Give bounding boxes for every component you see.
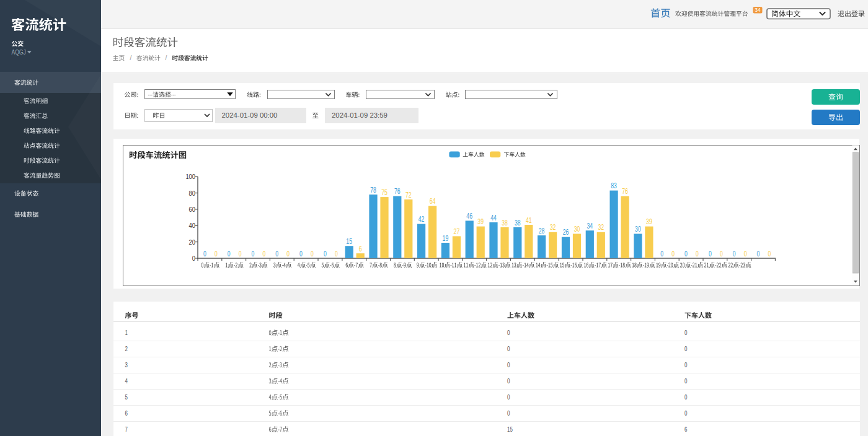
svg-text:2024-01-09 23:59: 2024-01-09 23:59 bbox=[332, 111, 388, 119]
svg-text:0: 0 bbox=[768, 250, 771, 258]
svg-text:80: 80 bbox=[189, 190, 195, 197]
svg-text:AQGJ: AQGJ bbox=[12, 48, 26, 56]
svg-text:4: 4 bbox=[125, 377, 128, 385]
svg-text:/: / bbox=[166, 54, 167, 61]
svg-text:0: 0 bbox=[286, 250, 290, 258]
svg-text:41: 41 bbox=[526, 216, 532, 225]
svg-text:44: 44 bbox=[490, 214, 497, 222]
svg-text:60: 60 bbox=[189, 206, 195, 213]
svg-text:0: 0 bbox=[507, 329, 510, 336]
svg-text:0: 0 bbox=[684, 409, 687, 417]
svg-text:76: 76 bbox=[394, 187, 401, 196]
svg-text:0: 0 bbox=[263, 250, 266, 258]
svg-text:83: 83 bbox=[611, 181, 617, 190]
svg-text:26: 26 bbox=[563, 228, 569, 237]
svg-text:0: 0 bbox=[720, 250, 723, 258]
svg-text:0: 0 bbox=[744, 250, 747, 258]
svg-text:30: 30 bbox=[635, 225, 641, 233]
svg-text:0: 0 bbox=[228, 250, 231, 258]
svg-text:38: 38 bbox=[515, 219, 521, 227]
svg-text:72: 72 bbox=[405, 191, 412, 199]
svg-text:2: 2 bbox=[125, 345, 128, 352]
svg-text:0: 0 bbox=[507, 393, 510, 401]
svg-text:40: 40 bbox=[189, 222, 195, 229]
svg-text:0: 0 bbox=[660, 250, 663, 258]
svg-text:0: 0 bbox=[507, 345, 510, 352]
svg-text:6: 6 bbox=[125, 409, 128, 417]
svg-text:0: 0 bbox=[239, 250, 242, 258]
svg-text:20: 20 bbox=[189, 238, 195, 246]
svg-text:39: 39 bbox=[477, 217, 484, 226]
svg-text:0: 0 bbox=[252, 250, 255, 258]
svg-text:39: 39 bbox=[646, 217, 652, 226]
svg-text:0: 0 bbox=[507, 409, 510, 417]
svg-text:0: 0 bbox=[335, 250, 338, 258]
svg-text:2024-01-09 00:00: 2024-01-09 00:00 bbox=[222, 111, 278, 119]
svg-text:1: 1 bbox=[125, 329, 128, 336]
svg-text:42: 42 bbox=[418, 215, 425, 224]
svg-text:6: 6 bbox=[359, 245, 362, 253]
svg-text:5: 5 bbox=[125, 393, 128, 401]
svg-text:0: 0 bbox=[215, 250, 218, 258]
svg-text:/: / bbox=[130, 54, 132, 61]
svg-text:0: 0 bbox=[192, 255, 195, 262]
svg-text:0: 0 bbox=[507, 377, 510, 385]
svg-text:0: 0 bbox=[203, 250, 206, 258]
svg-text:0: 0 bbox=[507, 361, 510, 368]
svg-text:32: 32 bbox=[550, 223, 556, 232]
svg-text:0: 0 bbox=[299, 250, 303, 258]
svg-text:3: 3 bbox=[125, 361, 128, 368]
svg-text:0: 0 bbox=[324, 250, 327, 258]
svg-text:0: 0 bbox=[684, 345, 687, 352]
svg-text:0: 0 bbox=[684, 377, 687, 385]
svg-text:34: 34 bbox=[587, 222, 593, 230]
svg-text:28: 28 bbox=[539, 227, 545, 235]
svg-text:15: 15 bbox=[346, 237, 352, 246]
svg-text:0: 0 bbox=[757, 250, 760, 258]
svg-text:0: 0 bbox=[684, 329, 687, 336]
svg-text:78: 78 bbox=[370, 186, 376, 194]
svg-text:0: 0 bbox=[275, 250, 278, 258]
svg-text:7: 7 bbox=[125, 425, 128, 433]
svg-text:0: 0 bbox=[684, 393, 687, 401]
svg-text:0: 0 bbox=[311, 250, 314, 258]
svg-text:15: 15 bbox=[507, 425, 513, 433]
svg-text:0: 0 bbox=[696, 250, 699, 258]
svg-text:75: 75 bbox=[381, 188, 388, 197]
svg-text:0: 0 bbox=[733, 250, 736, 258]
svg-text:19: 19 bbox=[443, 234, 449, 243]
svg-text:32: 32 bbox=[598, 223, 604, 232]
svg-text:0: 0 bbox=[671, 250, 675, 258]
svg-text:46: 46 bbox=[466, 212, 472, 220]
svg-text:34: 34 bbox=[755, 7, 761, 13]
svg-text:30: 30 bbox=[574, 225, 580, 233]
svg-text:6: 6 bbox=[684, 425, 687, 433]
svg-text:38: 38 bbox=[502, 219, 508, 227]
svg-text:0: 0 bbox=[684, 250, 688, 258]
svg-text:64: 64 bbox=[430, 197, 436, 206]
svg-text:76: 76 bbox=[622, 187, 628, 196]
svg-text:0: 0 bbox=[684, 361, 687, 368]
svg-text:100: 100 bbox=[185, 173, 195, 180]
svg-text:27: 27 bbox=[454, 227, 460, 236]
svg-text:0: 0 bbox=[709, 250, 712, 258]
